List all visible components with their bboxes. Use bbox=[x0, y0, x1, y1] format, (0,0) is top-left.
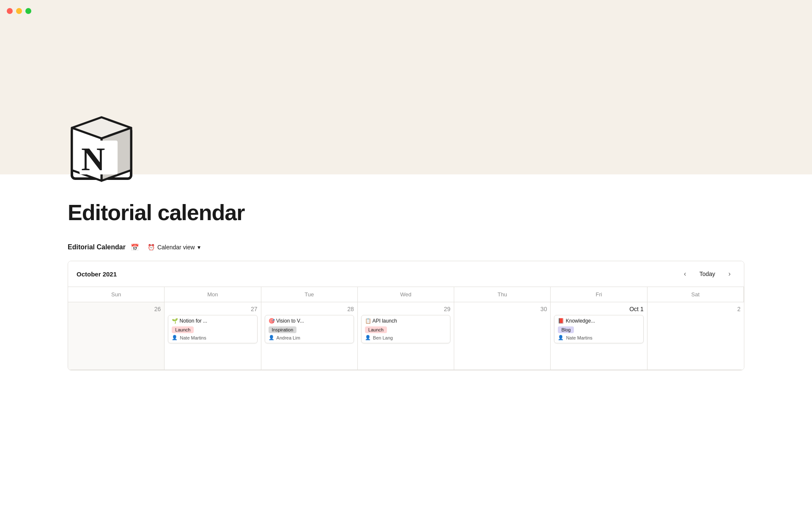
author-name-ben: Ben Lang bbox=[373, 335, 393, 340]
day-header-fri: Fri bbox=[551, 287, 647, 302]
db-title: Editorial Calendar bbox=[68, 243, 126, 251]
event-author-andrea: 👤 Andrea Lim bbox=[269, 335, 350, 340]
calendar-cell-oct1: Oct 1 📕 Knowledge... Blog 👤 Nate Martins bbox=[551, 302, 647, 370]
event-title-knowledge: 📕 Knowledge... bbox=[558, 318, 639, 324]
minimize-button[interactable] bbox=[16, 8, 22, 14]
day-number-sep27: 27 bbox=[168, 306, 257, 312]
day-header-thu: Thu bbox=[454, 287, 551, 302]
prev-month-button[interactable]: ‹ bbox=[679, 268, 691, 280]
month-label: October 2021 bbox=[77, 271, 117, 278]
calendar-cell-sep29: 29 📋 API launch Launch 👤 Ben Lang bbox=[358, 302, 454, 370]
day-header-tue: Tue bbox=[261, 287, 358, 302]
chevron-down-icon: ▾ bbox=[198, 244, 200, 251]
view-selector-button[interactable]: ⏰ Calendar view ▾ bbox=[144, 242, 204, 252]
event-title-api: 📋 API launch bbox=[365, 318, 447, 324]
calendar-cell-sep30: 30 bbox=[454, 302, 551, 370]
today-number-badge: 28 bbox=[347, 306, 354, 312]
event-card-vision[interactable]: 🎯 Vision to V... Inspiration 👤 Andrea Li… bbox=[265, 315, 354, 343]
calendar-grid: Sun Mon Tue Wed Thu Fri Sat 26 27 🌱 Noti… bbox=[68, 287, 744, 370]
event-title-vision: 🎯 Vision to V... bbox=[269, 318, 350, 324]
calendar-cell-sep27: 27 🌱 Notion for ... Launch 👤 Nate Martin… bbox=[165, 302, 261, 370]
db-calendar-icon: 📅 bbox=[131, 243, 139, 251]
db-header: Editorial Calendar 📅 ⏰ Calendar view ▾ bbox=[68, 242, 744, 252]
titlebar bbox=[0, 0, 812, 22]
event-tag-api-launch: Launch bbox=[365, 326, 387, 333]
day-header-wed: Wed bbox=[358, 287, 454, 302]
calendar-container: October 2021 ‹ Today › Sun Mon Tue Wed T… bbox=[68, 261, 744, 370]
day-number-oct2: 2 bbox=[651, 306, 741, 312]
event-tag-inspiration: Inspiration bbox=[269, 326, 297, 333]
day-number-sep30: 30 bbox=[458, 306, 547, 312]
close-button[interactable] bbox=[7, 8, 13, 14]
calendar-cell-sep26: 26 bbox=[68, 302, 165, 370]
author-avatar-nate: 👤 bbox=[172, 335, 178, 340]
next-month-button[interactable]: › bbox=[724, 268, 735, 280]
page-content: Editorial calendar Editorial Calendar 📅 … bbox=[0, 174, 812, 387]
calendar-cell-sep28: 28 🎯 Vision to V... Inspiration 👤 Andrea… bbox=[261, 302, 358, 370]
day-number-sep26: 26 bbox=[71, 306, 161, 312]
event-card-knowledge[interactable]: 📕 Knowledge... Blog 👤 Nate Martins bbox=[554, 315, 643, 343]
author-name-nate: Nate Martins bbox=[180, 335, 206, 340]
day-header-mon: Mon bbox=[165, 287, 261, 302]
day-header-sun: Sun bbox=[68, 287, 165, 302]
page-title: Editorial calendar bbox=[68, 200, 744, 225]
author-name-nate2: Nate Martins bbox=[566, 335, 592, 340]
day-header-sat: Sat bbox=[647, 287, 744, 302]
cover-image: N N bbox=[0, 22, 812, 174]
author-avatar-andrea: 👤 bbox=[269, 335, 274, 340]
svg-text:N: N bbox=[81, 141, 105, 177]
event-author-nate2: 👤 Nate Martins bbox=[558, 335, 639, 340]
view-label: Calendar view bbox=[157, 244, 195, 251]
author-avatar-nate2: 👤 bbox=[558, 335, 564, 340]
today-button[interactable]: Today bbox=[694, 269, 720, 279]
author-name-andrea: Andrea Lim bbox=[277, 335, 300, 340]
view-emoji-icon: ⏰ bbox=[148, 244, 155, 251]
event-card-notion-launch[interactable]: 🌱 Notion for ... Launch 👤 Nate Martins bbox=[168, 315, 257, 343]
calendar-cell-oct2: 2 bbox=[647, 302, 744, 370]
notion-logo-icon: N N bbox=[68, 115, 135, 183]
day-number-sep29: 29 bbox=[361, 306, 450, 312]
event-tag-blog: Blog bbox=[558, 326, 574, 333]
event-title-notion-launch: 🌱 Notion for ... bbox=[172, 318, 253, 324]
nav-controls: ‹ Today › bbox=[679, 268, 735, 280]
event-author-ben: 👤 Ben Lang bbox=[365, 335, 447, 340]
event-author-nate: 👤 Nate Martins bbox=[172, 335, 253, 340]
day-number-oct1: Oct 1 bbox=[554, 306, 643, 312]
maximize-button[interactable] bbox=[25, 8, 31, 14]
day-number-sep28: 28 bbox=[265, 306, 354, 312]
event-card-api[interactable]: 📋 API launch Launch 👤 Ben Lang bbox=[361, 315, 450, 343]
event-tag-launch: Launch bbox=[172, 326, 194, 333]
calendar-nav: October 2021 ‹ Today › bbox=[68, 261, 744, 287]
author-avatar-ben: 👤 bbox=[365, 335, 371, 340]
